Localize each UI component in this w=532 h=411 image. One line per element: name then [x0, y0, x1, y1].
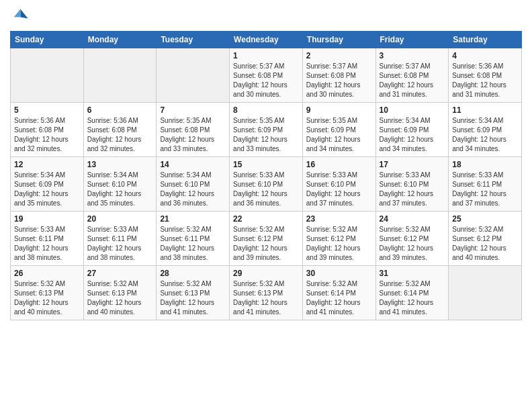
day-number: 3: [380, 51, 445, 60]
day-number: 24: [380, 214, 445, 224]
calendar-day-cell: [11, 48, 84, 103]
day-info: Sunrise: 5:33 AM Sunset: 6:11 PM Dayligh…: [14, 225, 80, 263]
day-number: 22: [233, 214, 299, 224]
day-info: Sunrise: 5:33 AM Sunset: 6:10 PM Dayligh…: [306, 171, 372, 208]
day-number: 8: [233, 105, 299, 115]
calendar-day-cell: 23Sunrise: 5:32 AM Sunset: 6:12 PM Dayli…: [302, 212, 375, 266]
calendar-day-cell: 21Sunrise: 5:32 AM Sunset: 6:11 PM Dayli…: [157, 212, 230, 266]
page-header: [10, 7, 522, 26]
day-info: Sunrise: 5:32 AM Sunset: 6:12 PM Dayligh…: [306, 225, 372, 263]
day-info: Sunrise: 5:34 AM Sunset: 6:09 PM Dayligh…: [452, 116, 518, 154]
calendar-day-cell: 27Sunrise: 5:32 AM Sunset: 6:13 PM Dayli…: [83, 266, 157, 320]
calendar-day-cell: 3Sunrise: 5:37 AM Sunset: 6:08 PM Daylig…: [375, 48, 449, 103]
calendar-day-cell: 14Sunrise: 5:34 AM Sunset: 6:10 PM Dayli…: [157, 157, 230, 212]
calendar-day-cell: 24Sunrise: 5:32 AM Sunset: 6:12 PM Dayli…: [375, 212, 449, 266]
day-number: 4: [452, 51, 518, 60]
calendar-day-cell: 22Sunrise: 5:32 AM Sunset: 6:12 PM Dayli…: [230, 212, 303, 266]
day-info: Sunrise: 5:32 AM Sunset: 6:13 PM Dayligh…: [87, 279, 153, 317]
day-number: 2: [306, 51, 372, 60]
day-number: 16: [306, 160, 372, 169]
day-number: 18: [452, 160, 518, 169]
day-number: 25: [452, 214, 518, 224]
calendar-day-cell: [157, 48, 230, 103]
calendar-day-cell: 1Sunrise: 5:37 AM Sunset: 6:08 PM Daylig…: [230, 48, 303, 103]
day-number: 15: [233, 160, 299, 169]
logo: [10, 7, 32, 26]
day-info: Sunrise: 5:37 AM Sunset: 6:08 PM Dayligh…: [306, 62, 372, 99]
day-number: 27: [87, 269, 153, 278]
day-info: Sunrise: 5:32 AM Sunset: 6:13 PM Dayligh…: [160, 279, 226, 317]
day-info: Sunrise: 5:32 AM Sunset: 6:14 PM Dayligh…: [306, 279, 372, 317]
day-number: 6: [87, 105, 153, 115]
day-number: 23: [306, 214, 372, 224]
day-info: Sunrise: 5:35 AM Sunset: 6:08 PM Dayligh…: [160, 116, 226, 154]
day-number: 14: [160, 160, 226, 169]
calendar-day-cell: 16Sunrise: 5:33 AM Sunset: 6:10 PM Dayli…: [302, 157, 375, 212]
calendar-table: SundayMondayTuesdayWednesdayThursdayFrid…: [10, 31, 522, 320]
calendar-day-cell: 12Sunrise: 5:34 AM Sunset: 6:09 PM Dayli…: [11, 157, 84, 212]
calendar-day-cell: 13Sunrise: 5:34 AM Sunset: 6:10 PM Dayli…: [83, 157, 157, 212]
day-info: Sunrise: 5:34 AM Sunset: 6:10 PM Dayligh…: [87, 171, 153, 208]
calendar-week-row: 26Sunrise: 5:32 AM Sunset: 6:13 PM Dayli…: [11, 266, 522, 320]
day-number: 20: [87, 214, 153, 224]
day-number: 11: [452, 105, 518, 115]
logo-icon: [10, 7, 29, 26]
calendar-day-cell: 20Sunrise: 5:33 AM Sunset: 6:11 PM Dayli…: [83, 212, 157, 266]
calendar-header-row: SundayMondayTuesdayWednesdayThursdayFrid…: [11, 32, 522, 48]
day-info: Sunrise: 5:34 AM Sunset: 6:09 PM Dayligh…: [380, 116, 445, 154]
calendar-day-cell: 8Sunrise: 5:35 AM Sunset: 6:09 PM Daylig…: [230, 103, 303, 157]
calendar-day-cell: 4Sunrise: 5:36 AM Sunset: 6:08 PM Daylig…: [449, 48, 522, 103]
weekday-header: Thursday: [302, 32, 375, 48]
day-info: Sunrise: 5:36 AM Sunset: 6:08 PM Dayligh…: [14, 116, 80, 154]
weekday-header: Tuesday: [157, 32, 230, 48]
day-info: Sunrise: 5:36 AM Sunset: 6:08 PM Dayligh…: [87, 116, 153, 154]
calendar-day-cell: 11Sunrise: 5:34 AM Sunset: 6:09 PM Dayli…: [449, 103, 522, 157]
day-info: Sunrise: 5:32 AM Sunset: 6:12 PM Dayligh…: [233, 225, 299, 263]
day-info: Sunrise: 5:32 AM Sunset: 6:13 PM Dayligh…: [14, 279, 80, 317]
calendar-day-cell: [83, 48, 157, 103]
calendar-week-row: 1Sunrise: 5:37 AM Sunset: 6:08 PM Daylig…: [11, 48, 522, 103]
day-number: 21: [160, 214, 226, 224]
day-info: Sunrise: 5:33 AM Sunset: 6:11 PM Dayligh…: [87, 225, 153, 263]
calendar-week-row: 12Sunrise: 5:34 AM Sunset: 6:09 PM Dayli…: [11, 157, 522, 212]
calendar-day-cell: 18Sunrise: 5:33 AM Sunset: 6:11 PM Dayli…: [449, 157, 522, 212]
calendar-day-cell: 29Sunrise: 5:32 AM Sunset: 6:13 PM Dayli…: [230, 266, 303, 320]
calendar-day-cell: 30Sunrise: 5:32 AM Sunset: 6:14 PM Dayli…: [302, 266, 375, 320]
weekday-header: Friday: [375, 32, 449, 48]
day-number: 28: [160, 269, 226, 278]
day-number: 31: [380, 269, 445, 278]
day-info: Sunrise: 5:32 AM Sunset: 6:12 PM Dayligh…: [452, 225, 518, 263]
day-number: 30: [306, 269, 372, 278]
day-number: 17: [380, 160, 445, 169]
calendar-week-row: 19Sunrise: 5:33 AM Sunset: 6:11 PM Dayli…: [11, 212, 522, 266]
calendar-day-cell: 31Sunrise: 5:32 AM Sunset: 6:14 PM Dayli…: [375, 266, 449, 320]
day-number: 12: [14, 160, 80, 169]
calendar-day-cell: 7Sunrise: 5:35 AM Sunset: 6:08 PM Daylig…: [157, 103, 230, 157]
day-info: Sunrise: 5:33 AM Sunset: 6:10 PM Dayligh…: [380, 171, 445, 208]
day-info: Sunrise: 5:32 AM Sunset: 6:11 PM Dayligh…: [160, 225, 226, 263]
day-info: Sunrise: 5:35 AM Sunset: 6:09 PM Dayligh…: [306, 116, 372, 154]
svg-marker-0: [20, 9, 28, 19]
calendar-day-cell: 6Sunrise: 5:36 AM Sunset: 6:08 PM Daylig…: [83, 103, 157, 157]
weekday-header: Monday: [83, 32, 157, 48]
day-info: Sunrise: 5:32 AM Sunset: 6:14 PM Dayligh…: [380, 279, 445, 317]
day-info: Sunrise: 5:36 AM Sunset: 6:08 PM Dayligh…: [452, 62, 518, 99]
day-number: 26: [14, 269, 80, 278]
calendar-day-cell: 28Sunrise: 5:32 AM Sunset: 6:13 PM Dayli…: [157, 266, 230, 320]
day-number: 9: [306, 105, 372, 115]
weekday-header: Saturday: [449, 32, 522, 48]
day-number: 13: [87, 160, 153, 169]
day-info: Sunrise: 5:32 AM Sunset: 6:13 PM Dayligh…: [233, 279, 299, 317]
calendar-day-cell: 26Sunrise: 5:32 AM Sunset: 6:13 PM Dayli…: [11, 266, 84, 320]
calendar-week-row: 5Sunrise: 5:36 AM Sunset: 6:08 PM Daylig…: [11, 103, 522, 157]
calendar-day-cell: [449, 266, 522, 320]
weekday-header: Sunday: [11, 32, 84, 48]
day-number: 10: [380, 105, 445, 115]
day-number: 5: [14, 105, 80, 115]
day-info: Sunrise: 5:34 AM Sunset: 6:10 PM Dayligh…: [160, 171, 226, 208]
weekday-header: Wednesday: [230, 32, 303, 48]
calendar-day-cell: 5Sunrise: 5:36 AM Sunset: 6:08 PM Daylig…: [11, 103, 84, 157]
day-number: 1: [233, 51, 299, 60]
day-number: 29: [233, 269, 299, 278]
calendar-day-cell: 2Sunrise: 5:37 AM Sunset: 6:08 PM Daylig…: [302, 48, 375, 103]
